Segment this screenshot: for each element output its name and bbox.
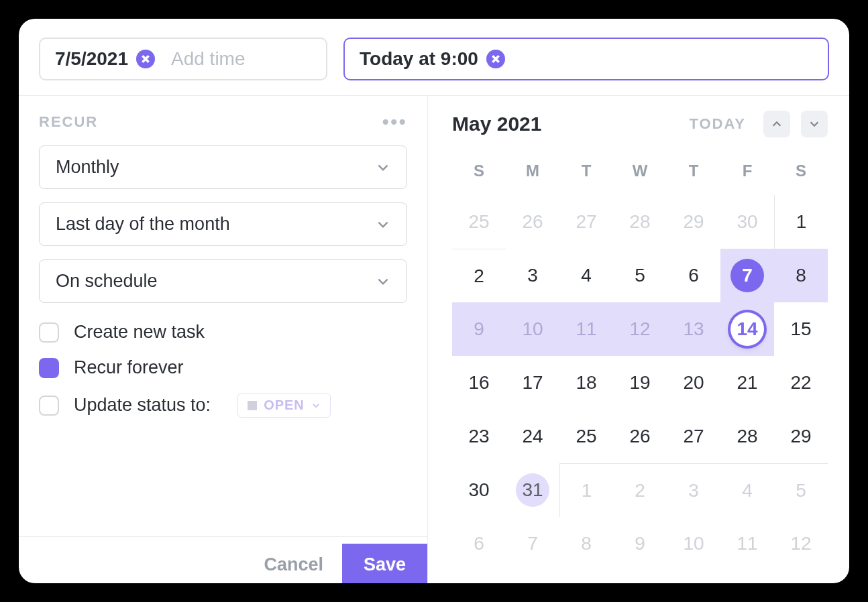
calendar-day-number: 10: [516, 312, 549, 346]
calendar-day[interactable]: 25: [559, 410, 613, 463]
calendar-day[interactable]: 14: [720, 302, 774, 356]
calendar-day[interactable]: 12: [774, 517, 828, 570]
calendar-day[interactable]: 11: [559, 302, 613, 356]
cancel-button[interactable]: Cancel: [245, 546, 342, 583]
calendar-day[interactable]: 7: [506, 517, 559, 570]
calendar-day[interactable]: 5: [774, 463, 828, 517]
calendar-day[interactable]: 25: [452, 195, 506, 249]
calendar-day[interactable]: 20: [667, 356, 720, 410]
calendar-day[interactable]: 3: [667, 463, 720, 517]
calendar-day[interactable]: 9: [613, 517, 667, 570]
calendar-grid: 2526272829301234567891011121314151617181…: [452, 195, 828, 570]
calendar-day[interactable]: 10: [667, 517, 720, 570]
calendar-day[interactable]: 5: [613, 249, 667, 302]
chevron-down-icon: [376, 274, 390, 289]
recur-forever-checkbox[interactable]: [39, 358, 59, 378]
calendar-day-number: 18: [569, 366, 603, 400]
calendar-day-number: 11: [569, 312, 603, 346]
calendar-day[interactable]: 6: [667, 249, 720, 302]
end-date-value: Today at 9:00: [360, 48, 478, 70]
calendar-day[interactable]: 6: [452, 517, 506, 570]
calendar-day[interactable]: 30: [720, 195, 774, 249]
calendar-day[interactable]: 30: [452, 463, 506, 517]
calendar-day-number: 3: [677, 474, 710, 507]
calendar-day-number: 12: [623, 312, 657, 346]
calendar-day[interactable]: 29: [774, 410, 828, 463]
calendar-day[interactable]: 22: [774, 356, 828, 410]
create-new-task-row: Create new task: [39, 322, 407, 343]
calendar-day-number: 8: [569, 527, 603, 560]
calendar-day-number: 14: [730, 312, 764, 346]
calendar-day-number: 25: [569, 420, 603, 453]
recur-rule-dropdown[interactable]: Last day of the month: [39, 202, 407, 246]
update-status-checkbox[interactable]: [39, 396, 59, 416]
end-date-chip[interactable]: Today at 9:00: [343, 38, 829, 80]
recur-panel: RECUR ••• Monthly Last day of the month …: [19, 96, 428, 583]
calendar-day[interactable]: 26: [506, 195, 559, 249]
calendar-day[interactable]: 2: [452, 249, 506, 302]
end-date-clear-icon[interactable]: [486, 50, 505, 68]
calendar-day[interactable]: 11: [720, 517, 774, 570]
calendar-day[interactable]: 8: [774, 249, 828, 302]
chevron-down-icon: [376, 217, 390, 232]
calendar-day[interactable]: 1: [774, 195, 828, 249]
create-new-task-checkbox[interactable]: [39, 322, 59, 343]
today-button[interactable]: TODAY: [682, 111, 753, 137]
calendar-day-number: 5: [623, 259, 657, 292]
calendar-day-number: 30: [730, 205, 764, 239]
calendar-day-number: 2: [462, 259, 496, 293]
prev-month-button[interactable]: [763, 111, 790, 137]
calendar-day-number: 10: [677, 527, 710, 560]
calendar-day[interactable]: 8: [559, 517, 613, 570]
calendar-month-title: May 2021: [452, 113, 671, 135]
next-month-button[interactable]: [801, 111, 828, 137]
calendar-day[interactable]: 23: [452, 410, 506, 463]
calendar-day-number: 9: [462, 312, 496, 346]
calendar-day[interactable]: 15: [774, 302, 828, 356]
calendar-day[interactable]: 26: [613, 410, 667, 463]
calendar-dow: S: [452, 149, 506, 195]
status-dropdown[interactable]: OPEN: [237, 393, 331, 418]
chevron-up-icon: [771, 118, 783, 130]
calendar-day[interactable]: 19: [613, 356, 667, 410]
recur-timing-dropdown[interactable]: On schedule: [39, 259, 407, 303]
recur-forever-row: Recur forever: [39, 357, 407, 378]
calendar-day[interactable]: 28: [613, 195, 667, 249]
calendar-day-number: 7: [730, 259, 764, 292]
calendar-day[interactable]: 31: [506, 463, 559, 517]
calendar-day-number: 3: [516, 259, 549, 292]
recur-frequency-value: Monthly: [56, 157, 119, 178]
calendar-day-number: 25: [462, 205, 496, 239]
calendar-day[interactable]: 4: [559, 249, 613, 302]
calendar-day-number: 1: [570, 474, 604, 507]
calendar-day-number: 4: [730, 474, 764, 507]
calendar-day[interactable]: 2: [613, 463, 667, 517]
status-value: OPEN: [264, 398, 305, 413]
calendar-day[interactable]: 12: [613, 302, 667, 356]
calendar-day[interactable]: 18: [559, 356, 613, 410]
calendar-day[interactable]: 4: [720, 463, 774, 517]
create-new-task-label: Create new task: [74, 322, 205, 343]
calendar-day[interactable]: 7: [720, 249, 774, 302]
calendar-day[interactable]: 17: [506, 356, 559, 410]
calendar-day[interactable]: 9: [452, 302, 506, 356]
calendar-day[interactable]: 21: [720, 356, 774, 410]
calendar-day[interactable]: 28: [720, 410, 774, 463]
calendar-day[interactable]: 16: [452, 356, 506, 410]
calendar-day[interactable]: 29: [667, 195, 720, 249]
calendar-day[interactable]: 1: [559, 463, 613, 517]
save-button[interactable]: Save: [342, 544, 427, 583]
calendar-day[interactable]: 13: [667, 302, 720, 356]
date-chips-row: 7/5/2021 Add time Today at 9:00: [19, 19, 849, 96]
calendar-day[interactable]: 24: [506, 410, 559, 463]
start-date-chip[interactable]: 7/5/2021 Add time: [39, 38, 327, 80]
calendar-day[interactable]: 3: [506, 249, 559, 302]
recur-more-icon[interactable]: •••: [382, 111, 407, 133]
calendar-day[interactable]: 27: [559, 195, 613, 249]
calendar-day[interactable]: 27: [667, 410, 720, 463]
start-date-clear-icon[interactable]: [136, 50, 155, 68]
calendar-day[interactable]: 10: [506, 302, 559, 356]
recur-footer: Cancel Save: [19, 536, 427, 583]
recur-frequency-dropdown[interactable]: Monthly: [39, 145, 407, 189]
add-time-placeholder[interactable]: Add time: [171, 48, 246, 70]
